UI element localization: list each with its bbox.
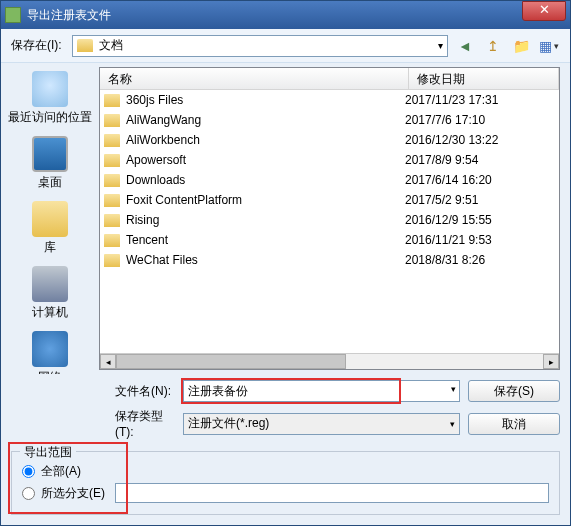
save-in-label: 保存在(I): (11, 37, 62, 54)
sidebar-item-desktop[interactable]: 桌面 (32, 136, 68, 191)
folder-icon (104, 154, 120, 167)
horizontal-scrollbar[interactable]: ◂ ▸ (100, 353, 559, 369)
chevron-down-icon: ▾ (450, 419, 455, 429)
new-folder-button[interactable]: 📁 (510, 35, 532, 57)
filetype-value: 注册文件(*.reg) (188, 415, 269, 432)
radio-all[interactable]: 全部(A) (22, 463, 549, 480)
file-date: 2018/8/31 8:26 (405, 253, 555, 267)
file-date: 2017/6/14 16:20 (405, 173, 555, 187)
filetype-label: 保存类型(T): (111, 408, 175, 439)
file-date: 2016/11/21 9:53 (405, 233, 555, 247)
radio-branch[interactable]: 所选分支(E) (22, 483, 549, 503)
file-row[interactable]: 360js Files2017/11/23 17:31 (100, 90, 559, 110)
save-button[interactable]: 保存(S) (468, 380, 560, 402)
file-row[interactable]: AliWorkbench2016/12/30 13:22 (100, 130, 559, 150)
library-icon (32, 201, 68, 237)
export-range-group: 导出范围 全部(A) 所选分支(E) (11, 451, 560, 515)
file-row[interactable]: Foxit ContentPlatform2017/5/2 9:51 (100, 190, 559, 210)
folder-icon (104, 234, 120, 247)
folder-icon (104, 114, 120, 127)
sidebar-item-computer[interactable]: 计算机 (32, 266, 68, 321)
radio-all-input[interactable] (22, 465, 35, 478)
places-sidebar: 最近访问的位置 桌面 库 计算机 网络 (5, 67, 95, 370)
app-icon (5, 7, 21, 23)
file-name: AliWangWang (126, 113, 405, 127)
computer-icon (32, 266, 68, 302)
sidebar-item-recent[interactable]: 最近访问的位置 (8, 71, 92, 126)
file-row[interactable]: AliWangWang2017/7/6 17:10 (100, 110, 559, 130)
file-name: 360js Files (126, 93, 405, 107)
cancel-button[interactable]: 取消 (468, 413, 560, 435)
up-button[interactable]: ↥ (482, 35, 504, 57)
back-button[interactable]: ◄ (454, 35, 476, 57)
radio-branch-input[interactable] (22, 487, 35, 500)
sidebar-item-network[interactable]: 网络 (32, 331, 68, 374)
column-date[interactable]: 修改日期 (409, 68, 559, 89)
chevron-down-icon: ▾ (438, 40, 443, 51)
file-date: 2017/11/23 17:31 (405, 93, 555, 107)
file-list-header: 名称 修改日期 (100, 68, 559, 90)
folder-icon (104, 194, 120, 207)
location-dropdown[interactable]: 文档 ▾ (72, 35, 448, 57)
export-range-legend: 导出范围 (20, 444, 76, 461)
filename-field-wrap: ▾ (183, 380, 460, 402)
folder-icon (104, 214, 120, 227)
filename-label: 文件名(N): (111, 383, 175, 400)
file-row[interactable]: Downloads2017/6/14 16:20 (100, 170, 559, 190)
file-row[interactable]: Tencent2016/11/21 9:53 (100, 230, 559, 250)
column-name[interactable]: 名称 (100, 68, 409, 89)
file-name: AliWorkbench (126, 133, 405, 147)
desktop-icon (32, 136, 68, 172)
scroll-thumb[interactable] (116, 354, 346, 369)
file-date: 2016/12/30 13:22 (405, 133, 555, 147)
folder-icon (104, 174, 120, 187)
filename-input[interactable] (183, 380, 460, 402)
network-icon (32, 331, 68, 367)
sidebar-item-library[interactable]: 库 (32, 201, 68, 256)
file-name: Foxit ContentPlatform (126, 193, 405, 207)
file-date: 2017/5/2 9:51 (405, 193, 555, 207)
titlebar[interactable]: 导出注册表文件 ✕ (1, 1, 570, 29)
file-list: 名称 修改日期 360js Files2017/11/23 17:31AliWa… (99, 67, 560, 370)
folder-icon (104, 94, 120, 107)
view-menu-button[interactable]: ▦▾ (538, 35, 560, 57)
file-date: 2017/7/6 17:10 (405, 113, 555, 127)
file-name: Downloads (126, 173, 405, 187)
toolbar: 保存在(I): 文档 ▾ ◄ ↥ 📁 ▦▾ (1, 29, 570, 63)
close-button[interactable]: ✕ (522, 1, 566, 21)
folder-icon (77, 39, 93, 52)
file-name: Apowersoft (126, 153, 405, 167)
file-name: Tencent (126, 233, 405, 247)
folder-icon (104, 254, 120, 267)
file-name: Rising (126, 213, 405, 227)
folder-icon (104, 134, 120, 147)
file-list-body[interactable]: 360js Files2017/11/23 17:31AliWangWang20… (100, 90, 559, 353)
file-row[interactable]: WeChat Files2018/8/31 8:26 (100, 250, 559, 270)
dialog-window: 导出注册表文件 ✕ 保存在(I): 文档 ▾ ◄ ↥ 📁 ▦▾ 最近访问的位置 … (0, 0, 571, 526)
file-row[interactable]: Apowersoft2017/8/9 9:54 (100, 150, 559, 170)
window-title: 导出注册表文件 (27, 7, 522, 24)
filetype-dropdown[interactable]: 注册文件(*.reg) ▾ (183, 413, 460, 435)
bottom-panel: 文件名(N): ▾ 保存(S) 保存类型(T): 注册文件(*.reg) ▾ 取… (1, 374, 570, 445)
scroll-left-icon[interactable]: ◂ (100, 354, 116, 369)
location-text: 文档 (99, 37, 123, 54)
file-row[interactable]: Rising2016/12/9 15:55 (100, 210, 559, 230)
content-area: 最近访问的位置 桌面 库 计算机 网络 名称 修改日期 360js Files2… (1, 63, 570, 374)
chevron-down-icon[interactable]: ▾ (451, 384, 456, 394)
file-date: 2017/8/9 9:54 (405, 153, 555, 167)
file-date: 2016/12/9 15:55 (405, 213, 555, 227)
file-name: WeChat Files (126, 253, 405, 267)
branch-path-input[interactable] (115, 483, 549, 503)
recent-icon (32, 71, 68, 107)
scroll-right-icon[interactable]: ▸ (543, 354, 559, 369)
